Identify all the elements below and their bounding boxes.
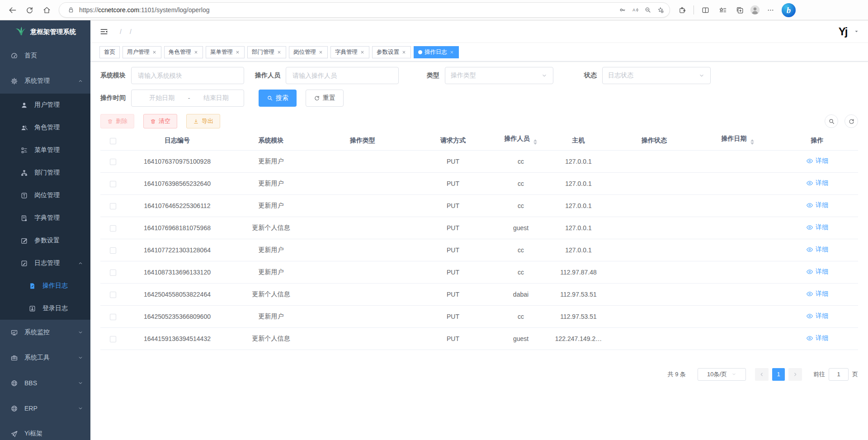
favorite-add-icon[interactable] — [654, 4, 667, 16]
tab[interactable]: 参数设置 — [372, 46, 411, 58]
app-logo[interactable]: 意框架管理系统 — [0, 20, 90, 43]
detail-button[interactable]: 详细 — [806, 290, 828, 298]
search-button[interactable]: 搜索 — [259, 90, 297, 107]
detail-button[interactable]: 详细 — [806, 223, 828, 232]
row-checkbox[interactable] — [110, 181, 116, 187]
status-select[interactable]: 日志状态 — [602, 67, 711, 84]
tab[interactable]: 操作日志 — [414, 46, 459, 58]
breadcrumb-item[interactable] — [116, 28, 126, 35]
page-number-1[interactable]: 1 — [772, 368, 785, 381]
row-checkbox[interactable] — [110, 247, 116, 254]
delete-button[interactable]: 删除 — [100, 114, 134, 128]
bing-chat-icon[interactable]: b — [782, 3, 796, 17]
sidebar-item[interactable]: 系统监控 — [0, 320, 90, 345]
tab[interactable]: 首页 — [99, 46, 120, 58]
row-checkbox[interactable] — [110, 159, 116, 165]
sidebar-item[interactable]: 用户管理 — [0, 94, 90, 116]
reset-button[interactable]: 重置 — [306, 90, 344, 107]
sidebar-item[interactable]: 部门管理 — [0, 161, 90, 184]
refresh-icon[interactable] — [22, 2, 37, 18]
row-checkbox[interactable] — [110, 292, 116, 298]
row-checkbox[interactable] — [110, 203, 116, 209]
detail-button[interactable]: 详细 — [806, 201, 828, 209]
next-page-button[interactable] — [788, 368, 802, 381]
detail-button[interactable]: 详细 — [806, 179, 828, 187]
avatar-caret-icon[interactable] — [854, 29, 859, 34]
tab[interactable]: 角色管理 — [164, 46, 203, 58]
split-screen-icon[interactable] — [698, 2, 713, 18]
goto-page-input[interactable] — [829, 368, 849, 381]
tab[interactable]: 字典管理 — [330, 46, 369, 58]
back-icon[interactable] — [5, 2, 20, 18]
detail-button[interactable]: 详细 — [806, 157, 828, 165]
browser-profile-icon[interactable] — [749, 4, 761, 16]
operator-input[interactable] — [286, 67, 399, 84]
toggle-search-button[interactable] — [825, 114, 838, 128]
tab[interactable]: 部门管理 — [247, 46, 286, 58]
detail-button[interactable]: 详细 — [806, 268, 828, 276]
date-range-picker[interactable]: 开始日期 - 结束日期 — [131, 90, 244, 107]
table-row: 1641076398565232640 更新用户 PUT cc 127.0.0.… — [100, 172, 858, 194]
tab[interactable]: 用户管理 — [123, 46, 161, 58]
password-key-icon[interactable] — [616, 4, 629, 16]
sort-carets[interactable] — [533, 137, 537, 147]
close-icon[interactable] — [401, 50, 406, 55]
detail-button[interactable]: 详细 — [806, 312, 828, 320]
sidebar-item[interactable]: Yi框架 — [0, 421, 90, 440]
more-menu-icon[interactable] — [763, 2, 778, 18]
cell-host: 127.0.0.1 — [548, 150, 609, 172]
sidebar-item[interactable]: ERP — [0, 396, 90, 421]
user-avatar[interactable]: Yj — [834, 23, 851, 40]
prev-page-button[interactable] — [755, 368, 769, 381]
row-checkbox[interactable] — [110, 225, 116, 232]
close-icon[interactable] — [193, 50, 198, 55]
address-bar[interactable]: https://ccnetcore.com:1101/system/log/op… — [59, 2, 670, 18]
cell-status — [609, 194, 699, 217]
menu-fold-icon[interactable] — [99, 27, 108, 36]
detail-button[interactable]: 详细 — [806, 334, 828, 342]
zoom-out-icon[interactable] — [642, 4, 654, 16]
sidebar-item[interactable]: 日志管理 — [0, 252, 90, 274]
export-button[interactable]: 导出 — [186, 114, 220, 128]
close-icon[interactable] — [235, 50, 240, 55]
select-all-checkbox[interactable] — [110, 138, 116, 144]
detail-button[interactable]: 详细 — [806, 246, 828, 254]
extensions-icon[interactable] — [675, 2, 690, 18]
sidebar-item[interactable]: 角色管理 — [0, 116, 90, 139]
sidebar-item[interactable]: 菜单管理 — [0, 139, 90, 161]
type-select[interactable]: 操作类型 — [445, 67, 553, 84]
sidebar-item[interactable]: 系统管理 — [0, 68, 90, 94]
row-checkbox[interactable] — [110, 314, 116, 320]
tab[interactable]: 岗位管理 — [289, 46, 328, 58]
sidebar-item[interactable]: 首页 — [0, 43, 90, 68]
row-checkbox[interactable] — [110, 270, 116, 276]
sidebar-item[interactable]: 字典管理 — [0, 207, 90, 229]
close-icon[interactable] — [449, 50, 454, 55]
sidebar-item[interactable]: 系统工具 — [0, 345, 90, 370]
tab[interactable]: 菜单管理 — [206, 46, 245, 58]
page-size-select[interactable]: 10条/页 — [698, 368, 746, 381]
lock-icon[interactable] — [65, 4, 77, 16]
cell-module: 更新用户 — [229, 239, 313, 261]
home-icon[interactable] — [39, 2, 54, 18]
sidebar-item[interactable]: BBS — [0, 370, 90, 396]
close-icon[interactable] — [360, 50, 365, 55]
sidebar-item[interactable]: 岗位管理 — [0, 184, 90, 207]
row-checkbox[interactable] — [110, 336, 116, 342]
close-icon[interactable] — [318, 50, 323, 55]
refresh-table-button[interactable] — [844, 114, 858, 128]
module-input[interactable] — [131, 67, 244, 84]
breadcrumb-item[interactable] — [126, 28, 136, 35]
sort-carets[interactable] — [750, 137, 754, 147]
collections-icon[interactable] — [732, 2, 747, 18]
sidebar-item[interactable]: 参数设置 — [0, 229, 90, 252]
sidebar-item[interactable]: 登录日志 — [0, 297, 90, 320]
favorites-bar-icon[interactable] — [715, 2, 730, 18]
sidebar-item[interactable]: 操作日志 — [0, 274, 90, 297]
read-aloud-icon[interactable]: A — [629, 4, 642, 16]
close-icon[interactable] — [277, 50, 282, 55]
clear-button[interactable]: 清空 — [143, 114, 177, 128]
log-table: 日志编号 系统模块 操作类型 — [100, 131, 858, 350]
close-icon[interactable] — [152, 50, 157, 55]
table-header-cell: 请求方式 — [412, 131, 494, 150]
